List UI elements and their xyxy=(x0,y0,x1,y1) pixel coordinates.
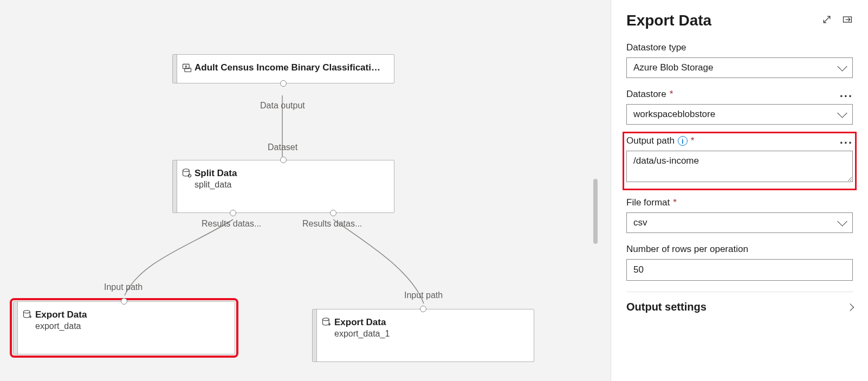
field-rows-per-op: Number of rows per operation xyxy=(626,244,853,281)
field-label: Output path i * xyxy=(626,135,694,146)
section-title: Output settings xyxy=(626,301,707,313)
port-label: Input path xyxy=(104,282,142,292)
field-datastore: Datastore * ··· workspaceblobstore xyxy=(626,89,853,125)
field-label: File format * xyxy=(626,197,853,208)
field-label: Number of rows per operation xyxy=(626,244,853,255)
info-icon[interactable]: i xyxy=(678,136,688,146)
node-tab xyxy=(313,309,317,361)
database-export-icon xyxy=(321,317,332,328)
node-title: Export Data xyxy=(35,309,225,320)
node-title: Export Data xyxy=(334,317,524,328)
datastore-select[interactable]: workspaceblobstore xyxy=(626,104,853,125)
output-path-input[interactable]: /data/us-income xyxy=(626,151,853,182)
node-tab xyxy=(173,160,177,212)
svg-point-2 xyxy=(185,66,187,67)
port-label: Dataset xyxy=(268,143,297,152)
dataset-icon xyxy=(182,62,192,73)
field-label: Datastore * xyxy=(626,89,673,100)
port-label: Data output xyxy=(260,101,305,111)
node-tab xyxy=(173,55,177,83)
output-settings-section[interactable]: Output settings xyxy=(626,292,853,313)
output-port-2[interactable] xyxy=(330,210,336,216)
node-tab xyxy=(14,302,18,354)
canvas-scrollbar[interactable] xyxy=(593,179,598,244)
panel-header: Export Data xyxy=(626,12,853,29)
port-label: Results datas... xyxy=(202,219,261,229)
chevron-right-icon xyxy=(846,303,854,311)
pipeline-canvas[interactable]: Adult Census Income Binary Classificatio… xyxy=(0,0,611,381)
output-port[interactable] xyxy=(280,80,287,87)
dock-icon[interactable] xyxy=(842,14,853,27)
port-label: Results datas... xyxy=(302,219,362,229)
node-title: Split Data xyxy=(195,168,384,179)
svg-point-5 xyxy=(24,311,30,313)
required-indicator: * xyxy=(670,89,673,100)
svg-point-6 xyxy=(323,318,329,321)
input-port[interactable] xyxy=(121,298,127,305)
node-split-data[interactable]: Split Data split_data xyxy=(172,160,394,213)
field-label: Datastore type xyxy=(626,42,853,53)
node-subtitle: export_data_1 xyxy=(334,329,524,339)
node-export-data-2[interactable]: Export Data export_data_1 xyxy=(312,309,534,362)
rows-input[interactable] xyxy=(626,259,853,281)
properties-panel: Export Data Datastore type Azure Blob St… xyxy=(611,0,868,381)
panel-title: Export Data xyxy=(626,12,711,29)
field-datastore-type: Datastore type Azure Blob Storage xyxy=(626,42,853,78)
field-output-path: Output path i * ··· /data/us-income xyxy=(626,135,853,186)
more-options-icon[interactable]: ··· xyxy=(840,137,853,149)
file-format-select[interactable]: csv xyxy=(626,212,853,233)
expand-icon[interactable] xyxy=(821,14,832,27)
node-export-data-1[interactable]: Export Data export_data xyxy=(13,301,235,354)
node-title: Adult Census Income Binary Classificatio… xyxy=(195,62,384,73)
node-subtitle: split_data xyxy=(195,180,384,190)
input-port[interactable] xyxy=(280,157,287,163)
database-gear-icon xyxy=(182,168,192,179)
input-port[interactable] xyxy=(420,306,426,312)
output-port-1[interactable] xyxy=(230,210,236,216)
port-label: Input path xyxy=(404,290,443,300)
datastore-type-select[interactable]: Azure Blob Storage xyxy=(626,57,853,78)
required-indicator: * xyxy=(673,197,677,208)
svg-point-3 xyxy=(183,169,190,172)
more-options-icon[interactable]: ··· xyxy=(840,91,853,102)
required-indicator: * xyxy=(691,135,695,146)
node-dataset[interactable]: Adult Census Income Binary Classificatio… xyxy=(172,54,394,83)
field-file-format: File format * csv xyxy=(626,197,853,233)
node-subtitle: export_data xyxy=(35,321,225,331)
database-export-icon xyxy=(22,309,33,320)
